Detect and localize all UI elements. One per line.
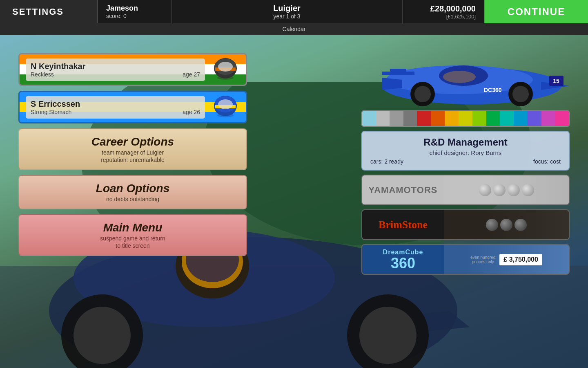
sponsor-brimstone[interactable]: BrimStone	[361, 209, 570, 240]
dreamcube-logo: DreamCube 360	[362, 249, 444, 271]
career-line1: team manager of Luigier	[27, 149, 238, 156]
palette-color[interactable]	[555, 111, 569, 126]
continue-button[interactable]: CONTINUE	[484, 0, 588, 23]
team-info: Luigier year 1 of 3	[172, 0, 402, 23]
brimstone-logo: BrimStone	[362, 219, 444, 231]
palette-color[interactable]	[362, 111, 376, 126]
brim-sphere-3	[514, 219, 527, 231]
rd-cars: cars: 2 ready	[370, 158, 403, 165]
check-line2: pounds only	[470, 260, 495, 264]
svg-point-35	[512, 86, 529, 102]
palette-color[interactable]	[390, 111, 403, 126]
palette-color[interactable]	[445, 111, 459, 126]
rd-title: R&D Management	[370, 137, 561, 148]
palette-color[interactable]	[403, 111, 417, 126]
yamamotors-name: YAMAMOTORS	[369, 185, 438, 195]
palette-color[interactable]	[500, 111, 514, 126]
career-title: Career Options	[27, 135, 238, 148]
mainmenu-line2: to title screen	[27, 242, 238, 249]
sphere-3	[508, 184, 520, 196]
driver-2-info: S Erriccssen Strong Stomach age 26	[26, 96, 205, 119]
driver-1-name: N Keyinthakar	[31, 62, 200, 71]
career-options-button[interactable]: Career Options team manager of Luigier r…	[18, 128, 247, 170]
money-bracket: [£1,625,100]	[446, 13, 476, 20]
brim-sphere-2	[500, 219, 512, 231]
money-display: £28,000,000 [£1,625,100]	[402, 0, 484, 23]
driver-1-helmet	[211, 55, 240, 84]
yamamotors-right	[444, 175, 569, 204]
palette-color[interactable]	[528, 111, 541, 126]
palette-color[interactable]	[431, 111, 445, 126]
brim-spheres	[482, 219, 531, 231]
team-name: Luigier	[273, 4, 301, 13]
rd-focus: focus: cost	[533, 158, 561, 165]
svg-point-39	[443, 71, 476, 83]
calendar-label: Calendar	[283, 26, 306, 32]
sponsor-yamamotors[interactable]: YAMAMOTORS	[361, 175, 570, 205]
check-line1: even hundred	[470, 255, 495, 260]
palette-color[interactable]	[541, 111, 555, 126]
svg-point-14	[359, 307, 416, 364]
loan-subtitle: no debts outstanding	[27, 196, 238, 202]
engine-spheres	[475, 184, 538, 196]
svg-point-19	[217, 76, 234, 80]
car-svg: DC360 15	[370, 53, 570, 106]
dreamcube-subtitle: 360	[383, 256, 423, 271]
svg-point-18	[218, 62, 233, 72]
driver-1-trait: Reckless	[31, 71, 54, 78]
svg-text:DC360: DC360	[484, 87, 502, 93]
player-info: Jameson score: 0	[98, 0, 172, 23]
driver-1-age: age 27	[183, 71, 200, 78]
palette-color[interactable]	[472, 111, 486, 126]
dream-amount: £ 3,750,000	[499, 254, 542, 265]
svg-point-24	[217, 113, 234, 117]
dreamcube-right: even hundred pounds only £ 3,750,000	[444, 245, 569, 274]
car-display: DC360 15	[361, 53, 570, 106]
right-panel: DC360 15 R&D Management chief designer: …	[361, 53, 570, 275]
career-line2: reputation: unremarkable	[27, 157, 238, 163]
svg-marker-28	[382, 78, 402, 90]
palette-color[interactable]	[486, 111, 500, 126]
main-menu-button[interactable]: Main Menu suspend game and return to tit…	[18, 214, 247, 256]
rd-card[interactable]: R&D Management chief designer: Rory Burn…	[361, 131, 570, 171]
driver-card-2[interactable]: S Erriccssen Strong Stomach age 26	[18, 91, 247, 123]
brimstone-right	[444, 210, 569, 239]
calendar-nav: Calendar	[0, 23, 588, 35]
svg-point-12	[74, 307, 131, 364]
palette-color[interactable]	[514, 111, 528, 126]
loan-options-button[interactable]: Loan Options no debts outstanding	[18, 175, 247, 209]
driver-2-helmet	[211, 93, 240, 121]
brimstone-name: BrimStone	[379, 219, 428, 231]
player-score: score: 0	[106, 13, 163, 19]
driver-2-name: S Erriccssen	[31, 99, 200, 109]
rd-designer: chief designer: Rory Burns	[370, 149, 561, 156]
svg-point-23	[218, 99, 233, 109]
driver-card-1[interactable]: N Keyinthakar Reckless age 27	[18, 53, 247, 86]
money-amount: £28,000,000	[430, 4, 476, 13]
brim-sphere-1	[486, 219, 498, 231]
left-panel: N Keyinthakar Reckless age 27	[18, 53, 247, 256]
driver-2-age: age 26	[183, 109, 200, 115]
settings-button[interactable]: SETTINGS	[0, 0, 98, 23]
player-name: Jameson	[106, 4, 163, 13]
sphere-1	[479, 184, 491, 196]
palette-color[interactable]	[417, 111, 431, 126]
sphere-4	[522, 184, 534, 196]
team-year: year 1 of 3	[273, 13, 300, 20]
driver-1-info: N Keyinthakar Reckless age 27	[26, 58, 205, 81]
mainmenu-line1: suspend game and return	[27, 235, 238, 242]
yamamotors-logo: YAMAMOTORS	[362, 185, 444, 195]
loan-title: Loan Options	[27, 182, 238, 195]
driver-2-trait: Strong Stomach	[31, 109, 71, 115]
palette-color[interactable]	[459, 111, 472, 126]
continue-label: CONTINUE	[508, 6, 565, 18]
settings-label: SETTINGS	[12, 7, 64, 17]
svg-rect-30	[390, 69, 406, 73]
mainmenu-title: Main Menu	[27, 221, 238, 234]
svg-point-33	[414, 86, 431, 102]
svg-text:15: 15	[553, 78, 559, 84]
sponsor-dreamcube[interactable]: DreamCube 360 even hundred pounds only £…	[361, 244, 570, 275]
header: SETTINGS Jameson score: 0 Luigier year 1…	[0, 0, 588, 23]
palette-color[interactable]	[376, 111, 390, 126]
color-palette[interactable]	[361, 110, 570, 127]
